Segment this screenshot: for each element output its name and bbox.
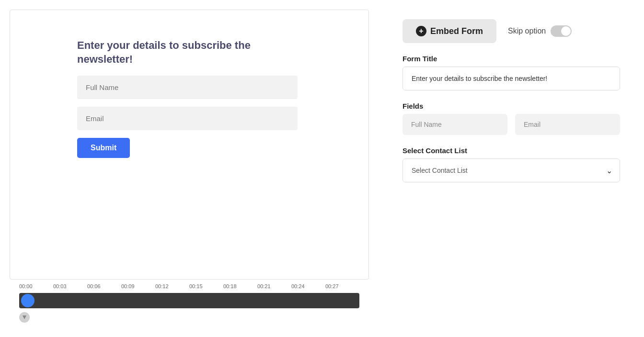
tick-9: 00:27 [325, 283, 359, 289]
timeline-area: 00:00 00:03 00:06 00:09 00:12 00:15 00:1… [10, 280, 369, 327]
timeline-marker-icon [19, 312, 30, 323]
email-field-tag: Email [515, 114, 620, 135]
full-name-input[interactable] [77, 76, 298, 99]
plus-icon: + [416, 26, 426, 36]
select-contact-list-section: Select Contact List Select Contact List … [402, 146, 620, 182]
select-contact-list-label: Select Contact List [402, 146, 620, 155]
form-preview: Enter your details to subscribe the news… [77, 39, 298, 158]
contact-list-select-wrapper: Select Contact List ⌄ [402, 158, 620, 182]
tick-1: 00:03 [53, 283, 87, 289]
tick-7: 00:21 [257, 283, 291, 289]
tick-5: 00:15 [189, 283, 223, 289]
tick-3: 00:09 [121, 283, 155, 289]
tick-2: 00:06 [87, 283, 121, 289]
tick-4: 00:12 [155, 283, 189, 289]
form-title-field[interactable] [402, 67, 620, 90]
tick-6: 00:18 [223, 283, 257, 289]
skip-option-container: Skip option [508, 25, 572, 37]
left-panel: Enter your details to subscribe the news… [0, 0, 379, 337]
right-panel: + Embed Form Skip option Form Title Fiel… [379, 0, 644, 337]
timeline-ticks: 00:00 00:03 00:06 00:09 00:12 00:15 00:1… [19, 280, 359, 293]
embed-form-button[interactable]: + Embed Form [402, 19, 496, 43]
top-actions: + Embed Form Skip option [402, 19, 620, 43]
contact-list-select[interactable]: Select Contact List [402, 158, 620, 182]
tick-0: 00:00 [19, 283, 53, 289]
embed-form-label: Embed Form [430, 26, 483, 36]
timeline-bar[interactable] [19, 293, 359, 308]
full-name-field-tag: Full Name [402, 114, 507, 135]
email-input[interactable] [77, 107, 298, 130]
skip-option-toggle[interactable] [551, 25, 572, 37]
skip-option-label: Skip option [508, 27, 546, 35]
fields-section-label: Fields [402, 102, 620, 110]
tick-8: 00:24 [291, 283, 325, 289]
form-title-section: Form Title [402, 55, 620, 90]
timeline-playhead[interactable] [21, 294, 34, 307]
fields-row: Full Name Email [402, 114, 620, 135]
submit-button[interactable]: Submit [77, 138, 130, 158]
form-title-section-label: Form Title [402, 55, 620, 63]
form-preview-area: Enter your details to subscribe the news… [10, 10, 369, 280]
fields-section: Fields Full Name Email [402, 102, 620, 135]
form-preview-title: Enter your details to subscribe the news… [77, 39, 298, 66]
